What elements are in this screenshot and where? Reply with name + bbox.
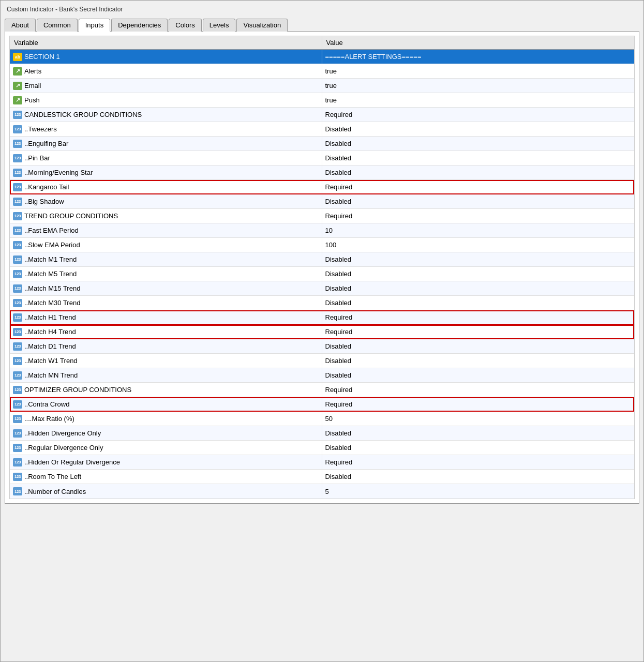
variable-label: ..Match M5 Trend: [24, 270, 77, 278]
content-area: Variable Value abSECTION 1=====ALERT SET…: [5, 32, 639, 504]
variable-cell: 123..Pin Bar: [10, 151, 322, 165]
variable-cell: 123TREND GROUP CONDITIONS: [10, 209, 322, 223]
table-row[interactable]: 123CANDLESTICK GROUP CONDITIONSRequired: [10, 108, 634, 122]
table-row[interactable]: 123TREND GROUP CONDITIONSRequired: [10, 209, 634, 223]
variable-label: ..Match H1 Trend: [24, 313, 76, 321]
tab-inputs[interactable]: Inputs: [79, 19, 110, 32]
numeric-icon: 123: [13, 342, 22, 351]
table-row[interactable]: 123..Slow EMA Period100: [10, 238, 634, 252]
value-label: true: [325, 82, 337, 89]
numeric-icon: 123: [13, 198, 22, 206]
ab-icon: ab: [13, 53, 22, 61]
numeric-icon: 123: [13, 313, 22, 322]
table-row[interactable]: 123....Max Ratio (%)50: [10, 412, 634, 426]
value-cell: Required: [322, 209, 635, 223]
table-row[interactable]: 123..Match H1 TrendRequired: [10, 310, 634, 325]
variable-cell: 123..Match MN Trend: [10, 368, 322, 382]
value-label: Disabled: [325, 371, 352, 379]
variable-cell: 123....Max Ratio (%): [10, 412, 322, 426]
variable-cell: 123OPTIMIZER GROUP CONDITIONS: [10, 383, 322, 397]
table-row[interactable]: 123..Morning/Evening StarDisabled: [10, 166, 634, 180]
variable-cell: 123..Engulfing Bar: [10, 137, 322, 151]
table-row[interactable]: abSECTION 1=====ALERT SETTINGS=====: [10, 50, 634, 64]
table-row[interactable]: 123..Match H4 TrendRequired: [10, 325, 634, 339]
value-cell: Required: [322, 310, 635, 324]
table-row[interactable]: 123..Match M15 TrendDisabled: [10, 281, 634, 296]
value-label: 50: [325, 415, 333, 423]
numeric-icon: 123: [13, 386, 22, 394]
arrow-icon: ↗: [13, 96, 22, 104]
table-row[interactable]: ↗Pushtrue: [10, 93, 634, 108]
table-row[interactable]: 123..Match W1 TrendDisabled: [10, 354, 634, 368]
table-row[interactable]: 123..Match M30 TrendDisabled: [10, 296, 634, 310]
table-row[interactable]: 123..Regular Divergence OnlyDisabled: [10, 441, 634, 455]
variable-label: Push: [24, 96, 40, 104]
main-window: Custom Indicator - Bank's Secret Indicat…: [0, 0, 644, 662]
variable-cell: 123..Morning/Evening Star: [10, 166, 322, 179]
tab-levels[interactable]: Levels: [203, 19, 236, 32]
variable-label: ..Fast EMA Period: [24, 227, 79, 234]
table-row[interactable]: 123..Number of Candles5: [10, 484, 634, 499]
value-label: Disabled: [325, 270, 352, 278]
table-row[interactable]: 123..Fast EMA Period10: [10, 223, 634, 238]
value-cell: Required: [322, 108, 635, 122]
numeric-icon: 123: [13, 473, 22, 481]
variable-label: OPTIMIZER GROUP CONDITIONS: [24, 386, 131, 394]
tab-dependencies[interactable]: Dependencies: [111, 19, 168, 32]
tab-colors[interactable]: Colors: [169, 19, 202, 32]
table-row[interactable]: 123..Hidden Or Regular DivergenceRequire…: [10, 455, 634, 470]
variable-label: ....Max Ratio (%): [24, 415, 74, 423]
variable-cell: 123..Hidden Divergence Only: [10, 426, 322, 440]
numeric-icon: 123: [13, 284, 22, 293]
table-row[interactable]: 123OPTIMIZER GROUP CONDITIONSRequired: [10, 383, 634, 397]
table-row[interactable]: 123..Pin BarDisabled: [10, 151, 634, 166]
value-label: Disabled: [325, 444, 352, 452]
table-row[interactable]: 123..Kangaroo TailRequired: [10, 180, 634, 194]
table-row[interactable]: 123..TweezersDisabled: [10, 122, 634, 137]
value-cell: Disabled: [322, 166, 635, 179]
table-row[interactable]: 123..Match M1 TrendDisabled: [10, 252, 634, 267]
value-cell: Required: [322, 455, 635, 469]
table-row[interactable]: 123..Hidden Divergence OnlyDisabled: [10, 426, 634, 441]
value-cell: Required: [322, 383, 635, 397]
table-row[interactable]: 123..Engulfing BarDisabled: [10, 137, 634, 151]
variable-cell: 123..Room To The Left: [10, 470, 322, 484]
value-cell: Disabled: [322, 267, 635, 281]
variable-cell: 123..Hidden Or Regular Divergence: [10, 455, 322, 469]
table-row[interactable]: 123..Match D1 TrendDisabled: [10, 339, 634, 354]
variable-label: ..Engulfing Bar: [24, 140, 68, 147]
table-row[interactable]: ↗Alertstrue: [10, 64, 634, 79]
table-row[interactable]: 123..Match M5 TrendDisabled: [10, 267, 634, 281]
variable-cell: 123..Match H1 Trend: [10, 310, 322, 324]
variable-label: Email: [24, 82, 41, 89]
value-label: Required: [325, 183, 353, 191]
tab-visualization[interactable]: Visualization: [236, 19, 288, 32]
tab-common[interactable]: Common: [37, 19, 78, 32]
variable-label: Alerts: [24, 67, 41, 75]
value-cell: Disabled: [322, 354, 635, 368]
variable-cell: 123..Slow EMA Period: [10, 238, 322, 252]
arrow-icon: ↗: [13, 82, 22, 90]
table-row[interactable]: 123..Big ShadowDisabled: [10, 194, 634, 209]
table-row[interactable]: 123..Room To The LeftDisabled: [10, 470, 634, 484]
tab-about[interactable]: About: [5, 19, 36, 32]
value-label: Disabled: [325, 284, 352, 292]
numeric-icon: 123: [13, 487, 22, 495]
value-cell: 100: [322, 238, 635, 252]
value-cell: =====ALERT SETTINGS=====: [322, 50, 635, 64]
numeric-icon: 123: [13, 212, 22, 220]
variable-label: ..Match H4 Trend: [24, 328, 76, 336]
variable-label: ..Hidden Or Regular Divergence: [24, 458, 120, 466]
tab-bar: AboutCommonInputsDependenciesColorsLevel…: [5, 18, 639, 32]
header-variable: Variable: [10, 36, 322, 49]
table-row[interactable]: ↗Emailtrue: [10, 79, 634, 93]
variable-cell: 123..Tweezers: [10, 122, 322, 136]
value-label: Required: [325, 328, 353, 336]
value-label: Disabled: [325, 154, 352, 162]
table-body: abSECTION 1=====ALERT SETTINGS=====↗Aler…: [10, 50, 634, 499]
arrow-icon: ↗: [13, 67, 22, 76]
table-row[interactable]: 123..Contra CrowdRequired: [10, 397, 634, 412]
value-label: Disabled: [325, 299, 352, 307]
value-label: true: [325, 67, 337, 75]
table-row[interactable]: 123..Match MN TrendDisabled: [10, 368, 634, 383]
